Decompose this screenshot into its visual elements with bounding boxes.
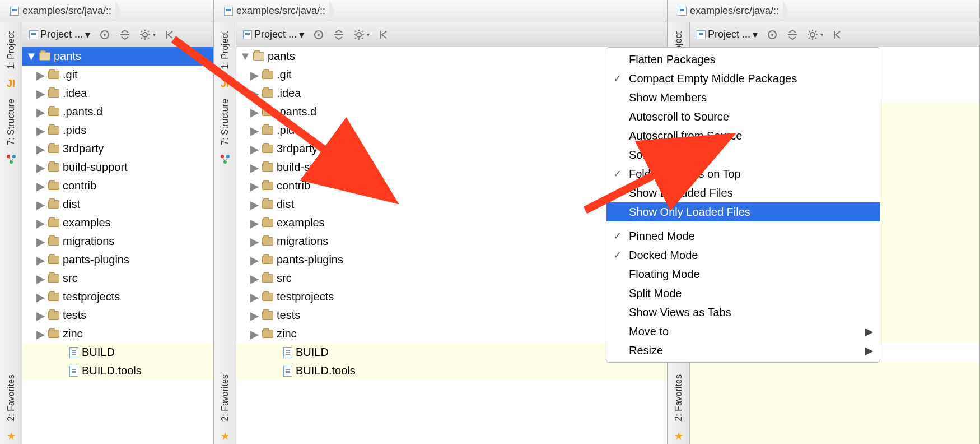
tab-structure[interactable]: 7: Structure bbox=[220, 94, 230, 150]
tree-folder[interactable]: ▶ .git bbox=[236, 66, 667, 84]
expand-arrow-icon[interactable]: ▶ bbox=[250, 145, 259, 154]
tree-folder[interactable]: ▶ pants-plugins bbox=[22, 251, 213, 269]
tree-file[interactable]: BUILD bbox=[22, 343, 213, 362]
menu-item[interactable]: Floating Mode bbox=[606, 265, 880, 284]
tree-folder[interactable]: ▶ 3rdparty bbox=[236, 140, 667, 158]
tab-project[interactable]: 1: Project bbox=[6, 27, 16, 74]
expand-arrow-icon[interactable]: ▶ bbox=[36, 293, 45, 302]
expand-arrow-icon[interactable]: ▶ bbox=[250, 274, 259, 283]
breadcrumb-item[interactable]: examples/src/java/:: bbox=[6, 0, 116, 22]
collapse-all-button[interactable] bbox=[116, 26, 134, 44]
tree-folder[interactable]: ▶ src bbox=[236, 269, 667, 288]
jira-icon[interactable]: JI bbox=[220, 78, 231, 90]
expand-arrow-icon[interactable]: ▶ bbox=[250, 237, 259, 246]
menu-item[interactable]: ✓ Show Excluded Files bbox=[606, 183, 880, 202]
expand-arrow-icon[interactable]: ▼ bbox=[241, 52, 250, 61]
expand-arrow-icon[interactable]: ▶ bbox=[36, 108, 45, 117]
expand-arrow-icon[interactable]: ▶ bbox=[36, 237, 45, 246]
star-icon[interactable]: ★ bbox=[6, 431, 17, 442]
expand-arrow-icon[interactable]: ▶ bbox=[250, 330, 259, 339]
view-selector[interactable]: Project ... ▾ bbox=[693, 26, 761, 44]
tree-folder[interactable]: ▶ zinc bbox=[22, 325, 213, 343]
tree-folder[interactable]: ▶ migrations bbox=[22, 232, 213, 251]
menu-item[interactable]: Show Only Loaded Files bbox=[606, 202, 880, 221]
tree-folder[interactable]: ▶ .pids bbox=[236, 121, 667, 140]
branch-icon[interactable] bbox=[6, 154, 17, 165]
hide-button[interactable] bbox=[829, 26, 847, 44]
tree-folder[interactable]: ▶ build-support bbox=[22, 158, 213, 177]
expand-arrow-icon[interactable]: ▶ bbox=[250, 182, 259, 191]
tree-folder[interactable]: ▶ pants-plugins bbox=[236, 251, 667, 269]
expand-arrow-icon[interactable]: ▶ bbox=[250, 126, 259, 135]
project-tree[interactable]: ▼ pants ▶ .git ▶ .idea ▶ .pants.d ▶ .pid… bbox=[236, 47, 667, 444]
breadcrumb-item[interactable]: examples/src/java/:: bbox=[673, 0, 783, 22]
tree-file[interactable]: BUILD.tools bbox=[22, 362, 213, 380]
tab-favorites[interactable]: 2: Favorites bbox=[220, 370, 230, 426]
settings-button[interactable]: ▾ bbox=[136, 26, 159, 44]
hide-button[interactable] bbox=[375, 26, 393, 44]
menu-item[interactable]: Show Views as Tabs bbox=[606, 303, 880, 322]
tab-favorites[interactable]: 2: Favorites bbox=[674, 370, 684, 426]
expand-arrow-icon[interactable]: ▶ bbox=[36, 219, 45, 228]
expand-arrow-icon[interactable]: ▶ bbox=[36, 311, 45, 320]
hide-button[interactable] bbox=[161, 26, 179, 44]
menu-item[interactable]: Resize ▶ bbox=[606, 341, 880, 360]
expand-arrow-icon[interactable]: ▶ bbox=[250, 293, 259, 302]
tab-structure[interactable]: 7: Structure bbox=[6, 94, 16, 150]
tree-folder[interactable]: ▶ dist bbox=[22, 195, 213, 214]
settings-button[interactable]: ▾ bbox=[804, 26, 827, 44]
tree-folder[interactable]: ▶ testprojects bbox=[236, 288, 667, 306]
tree-folder[interactable]: ▶ .git bbox=[22, 66, 213, 84]
expand-arrow-icon[interactable]: ▶ bbox=[250, 311, 259, 320]
tree-folder[interactable]: ▶ build-support bbox=[236, 158, 667, 177]
star-icon[interactable]: ★ bbox=[673, 431, 684, 442]
menu-item[interactable]: Sort by Type bbox=[606, 145, 880, 164]
breadcrumb-item[interactable]: examples/src/java/:: bbox=[220, 0, 330, 22]
expand-arrow-icon[interactable]: ▶ bbox=[36, 145, 45, 154]
tab-favorites[interactable]: 2: Favorites bbox=[6, 370, 16, 426]
tree-root[interactable]: ▼ pants bbox=[236, 47, 667, 66]
expand-arrow-icon[interactable]: ▶ bbox=[250, 108, 259, 117]
project-tree[interactable]: ▼ pants ▶ .git ▶ .idea ▶ .pants.d ▶ .pid… bbox=[22, 47, 213, 444]
expand-arrow-icon[interactable]: ▶ bbox=[36, 71, 45, 80]
expand-arrow-icon[interactable]: ▶ bbox=[250, 71, 259, 80]
tree-folder[interactable]: ▶ zinc bbox=[236, 325, 667, 343]
tree-folder[interactable]: ▶ testprojects bbox=[22, 288, 213, 306]
menu-item[interactable]: Move to ▶ bbox=[606, 322, 880, 341]
menu-item[interactable]: Autoscroll from Source bbox=[606, 126, 880, 145]
menu-item[interactable]: Show Members bbox=[606, 88, 880, 107]
tree-folder[interactable]: ▶ .idea bbox=[236, 84, 667, 103]
menu-item[interactable]: Flatten Packages bbox=[606, 50, 880, 69]
expand-arrow-icon[interactable]: ▶ bbox=[36, 330, 45, 339]
expand-arrow-icon[interactable]: ▶ bbox=[250, 89, 259, 98]
tree-folder[interactable]: ▶ tests bbox=[236, 306, 667, 325]
menu-item[interactable]: Autoscroll to Source bbox=[606, 107, 880, 126]
tree-folder[interactable]: ▶ .idea bbox=[22, 84, 213, 103]
expand-arrow-icon[interactable]: ▶ bbox=[250, 200, 259, 209]
expand-arrow-icon[interactable]: ▶ bbox=[36, 89, 45, 98]
tree-folder[interactable]: ▶ contrib bbox=[22, 177, 213, 195]
collapse-all-button[interactable] bbox=[330, 26, 348, 44]
branch-icon[interactable] bbox=[220, 154, 231, 165]
expand-arrow-icon[interactable]: ▶ bbox=[36, 256, 45, 265]
expand-arrow-icon[interactable]: ▶ bbox=[36, 200, 45, 209]
expand-arrow-icon[interactable]: ▶ bbox=[36, 163, 45, 172]
tree-root[interactable]: ▼ pants bbox=[22, 47, 213, 66]
menu-item[interactable]: ✓ Folders Always on Top bbox=[606, 164, 880, 183]
tree-folder[interactable]: ▶ 3rdparty bbox=[22, 140, 213, 158]
tree-folder[interactable]: ▶ src bbox=[22, 269, 213, 288]
collapse-all-button[interactable] bbox=[783, 26, 801, 44]
scroll-to-source-button[interactable] bbox=[96, 26, 114, 44]
tree-folder[interactable]: ▶ examples bbox=[236, 214, 667, 232]
tree-file[interactable]: BUILD.tools bbox=[236, 362, 667, 380]
tree-folder[interactable]: ▶ .pids bbox=[22, 121, 213, 140]
star-icon[interactable]: ★ bbox=[220, 431, 231, 442]
menu-item[interactable]: ✓ Docked Mode bbox=[606, 246, 880, 265]
tab-project[interactable]: 1: Project bbox=[220, 27, 230, 74]
scroll-to-source-button[interactable] bbox=[310, 26, 328, 44]
tree-folder[interactable]: ▶ dist bbox=[236, 195, 667, 214]
tree-folder[interactable]: ▶ examples bbox=[22, 214, 213, 232]
expand-arrow-icon[interactable]: ▶ bbox=[250, 163, 259, 172]
view-selector[interactable]: Project ... ▾ bbox=[26, 26, 94, 44]
settings-button[interactable]: ▾ bbox=[350, 26, 373, 44]
